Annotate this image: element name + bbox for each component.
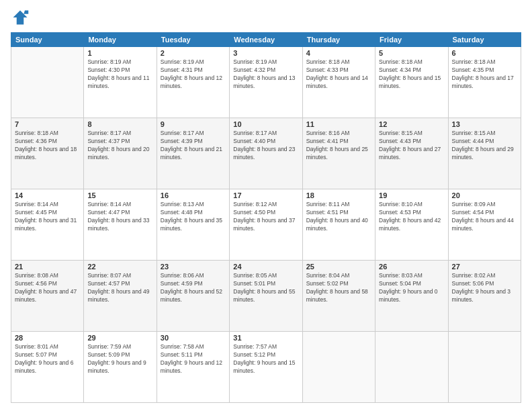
day-cell: 23Sunrise: 8:06 AM Sunset: 4:59 PM Dayli… [157, 261, 229, 332]
day-info: Sunrise: 8:18 AM Sunset: 4:35 PM Dayligh… [452, 58, 517, 91]
day-info: Sunrise: 8:16 AM Sunset: 4:41 PM Dayligh… [306, 130, 371, 162]
day-info: Sunrise: 8:18 AM Sunset: 4:34 PM Dayligh… [379, 58, 444, 91]
day-number: 29 [87, 334, 152, 342]
day-cell: 18Sunrise: 8:11 AM Sunset: 4:51 PM Dayli… [302, 189, 375, 261]
day-info: Sunrise: 8:09 AM Sunset: 4:54 PM Dayligh… [452, 201, 517, 233]
day-number: 19 [379, 191, 444, 199]
week-row-2: 14Sunrise: 8:14 AM Sunset: 4:45 PM Dayli… [11, 189, 521, 261]
day-info: Sunrise: 8:17 AM Sunset: 4:40 PM Dayligh… [233, 130, 298, 162]
day-info: Sunrise: 8:17 AM Sunset: 4:39 PM Dayligh… [161, 130, 226, 162]
day-number: 5 [379, 49, 444, 57]
day-cell: 25Sunrise: 8:04 AM Sunset: 5:02 PM Dayli… [302, 261, 375, 332]
day-cell: 2Sunrise: 8:19 AM Sunset: 4:31 PM Daylig… [157, 47, 229, 118]
day-info: Sunrise: 8:13 AM Sunset: 4:48 PM Dayligh… [161, 201, 226, 233]
day-cell: 20Sunrise: 8:09 AM Sunset: 4:54 PM Dayli… [448, 189, 521, 261]
logo-icon [11, 8, 30, 27]
day-number: 30 [161, 334, 226, 342]
svg-marker-1 [24, 11, 28, 14]
day-cell: 7Sunrise: 8:18 AM Sunset: 4:36 PM Daylig… [11, 118, 84, 189]
day-cell: 27Sunrise: 8:02 AM Sunset: 5:06 PM Dayli… [448, 261, 521, 332]
day-number: 6 [452, 49, 517, 57]
day-info: Sunrise: 8:18 AM Sunset: 4:36 PM Dayligh… [15, 130, 80, 162]
calendar-header: SundayMondayTuesdayWednesdayThursdayFrid… [11, 33, 521, 47]
day-info: Sunrise: 8:08 AM Sunset: 4:56 PM Dayligh… [15, 272, 80, 304]
day-info: Sunrise: 8:10 AM Sunset: 4:53 PM Dayligh… [379, 201, 444, 233]
day-info: Sunrise: 8:17 AM Sunset: 4:37 PM Dayligh… [87, 130, 152, 162]
day-info: Sunrise: 7:58 AM Sunset: 5:11 PM Dayligh… [161, 343, 226, 375]
calendar-table: SundayMondayTuesdayWednesdayThursdayFrid… [11, 32, 521, 403]
day-number: 18 [306, 191, 371, 199]
day-cell: 10Sunrise: 8:17 AM Sunset: 4:40 PM Dayli… [230, 118, 302, 189]
day-info: Sunrise: 8:01 AM Sunset: 5:07 PM Dayligh… [15, 343, 80, 375]
day-header-friday: Friday [375, 33, 448, 47]
day-info: Sunrise: 8:15 AM Sunset: 4:43 PM Dayligh… [379, 130, 444, 162]
day-number: 17 [233, 191, 298, 199]
header [11, 8, 521, 27]
logo [11, 8, 32, 27]
day-info: Sunrise: 8:19 AM Sunset: 4:31 PM Dayligh… [161, 58, 226, 91]
week-row-1: 7Sunrise: 8:18 AM Sunset: 4:36 PM Daylig… [11, 118, 521, 189]
day-cell: 26Sunrise: 8:03 AM Sunset: 5:04 PM Dayli… [375, 261, 448, 332]
day-cell: 12Sunrise: 8:15 AM Sunset: 4:43 PM Dayli… [375, 118, 448, 189]
day-number: 28 [15, 334, 80, 342]
day-cell: 28Sunrise: 8:01 AM Sunset: 5:07 PM Dayli… [11, 332, 84, 403]
day-cell: 9Sunrise: 8:17 AM Sunset: 4:39 PM Daylig… [157, 118, 229, 189]
day-info: Sunrise: 8:05 AM Sunset: 5:01 PM Dayligh… [233, 272, 298, 304]
day-number: 12 [379, 120, 444, 128]
day-header-sunday: Sunday [11, 33, 84, 47]
day-info: Sunrise: 8:19 AM Sunset: 4:30 PM Dayligh… [87, 58, 152, 91]
day-cell: 8Sunrise: 8:17 AM Sunset: 4:37 PM Daylig… [84, 118, 157, 189]
day-info: Sunrise: 8:07 AM Sunset: 4:57 PM Dayligh… [87, 272, 152, 304]
day-number: 23 [161, 263, 226, 271]
day-info: Sunrise: 8:14 AM Sunset: 4:45 PM Dayligh… [15, 201, 80, 233]
day-cell: 17Sunrise: 8:12 AM Sunset: 4:50 PM Dayli… [230, 189, 302, 261]
day-info: Sunrise: 8:11 AM Sunset: 4:51 PM Dayligh… [306, 201, 371, 233]
day-number: 3 [233, 49, 298, 57]
day-cell [11, 47, 84, 118]
week-row-0: 1Sunrise: 8:19 AM Sunset: 4:30 PM Daylig… [11, 47, 521, 118]
day-number: 22 [87, 263, 152, 271]
day-number: 9 [161, 120, 226, 128]
week-row-4: 28Sunrise: 8:01 AM Sunset: 5:07 PM Dayli… [11, 332, 521, 403]
day-info: Sunrise: 7:57 AM Sunset: 5:12 PM Dayligh… [233, 343, 298, 375]
day-cell: 24Sunrise: 8:05 AM Sunset: 5:01 PM Dayli… [230, 261, 302, 332]
day-cell: 15Sunrise: 8:14 AM Sunset: 4:47 PM Dayli… [84, 189, 157, 261]
day-cell: 11Sunrise: 8:16 AM Sunset: 4:41 PM Dayli… [302, 118, 375, 189]
day-cell: 16Sunrise: 8:13 AM Sunset: 4:48 PM Dayli… [157, 189, 229, 261]
day-cell [448, 332, 521, 403]
day-number: 1 [87, 49, 152, 57]
day-cell: 6Sunrise: 8:18 AM Sunset: 4:35 PM Daylig… [448, 47, 521, 118]
day-cell: 3Sunrise: 8:19 AM Sunset: 4:32 PM Daylig… [230, 47, 302, 118]
day-number: 16 [161, 191, 226, 199]
day-cell: 14Sunrise: 8:14 AM Sunset: 4:45 PM Dayli… [11, 189, 84, 261]
page: SundayMondayTuesdayWednesdayThursdayFrid… [0, 0, 532, 411]
day-number: 24 [233, 263, 298, 271]
day-header-saturday: Saturday [448, 33, 521, 47]
day-cell [302, 332, 375, 403]
day-number: 21 [15, 263, 80, 271]
day-info: Sunrise: 8:19 AM Sunset: 4:32 PM Dayligh… [233, 58, 298, 91]
day-cell: 13Sunrise: 8:15 AM Sunset: 4:44 PM Dayli… [448, 118, 521, 189]
day-cell: 5Sunrise: 8:18 AM Sunset: 4:34 PM Daylig… [375, 47, 448, 118]
day-number: 15 [87, 191, 152, 199]
day-number: 25 [306, 263, 371, 271]
day-info: Sunrise: 8:15 AM Sunset: 4:44 PM Dayligh… [452, 130, 517, 162]
day-number: 2 [161, 49, 226, 57]
day-number: 13 [452, 120, 517, 128]
day-info: Sunrise: 8:06 AM Sunset: 4:59 PM Dayligh… [161, 272, 226, 304]
day-cell: 22Sunrise: 8:07 AM Sunset: 4:57 PM Dayli… [84, 261, 157, 332]
day-info: Sunrise: 8:12 AM Sunset: 4:50 PM Dayligh… [233, 201, 298, 233]
day-info: Sunrise: 7:59 AM Sunset: 5:09 PM Dayligh… [87, 343, 152, 375]
day-number: 7 [15, 120, 80, 128]
day-number: 10 [233, 120, 298, 128]
day-header-wednesday: Wednesday [230, 33, 302, 47]
day-number: 31 [233, 334, 298, 342]
day-header-thursday: Thursday [302, 33, 375, 47]
day-cell: 31Sunrise: 7:57 AM Sunset: 5:12 PM Dayli… [230, 332, 302, 403]
day-header-monday: Monday [84, 33, 157, 47]
day-info: Sunrise: 8:03 AM Sunset: 5:04 PM Dayligh… [379, 272, 444, 304]
day-number: 26 [379, 263, 444, 271]
day-number: 27 [452, 263, 517, 271]
day-cell: 29Sunrise: 7:59 AM Sunset: 5:09 PM Dayli… [84, 332, 157, 403]
header-row: SundayMondayTuesdayWednesdayThursdayFrid… [11, 33, 521, 47]
